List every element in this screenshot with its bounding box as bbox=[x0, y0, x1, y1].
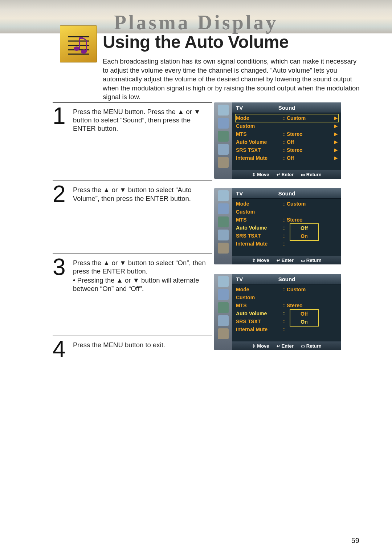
osd-row-value: Custom bbox=[287, 115, 334, 121]
step-number: 1 bbox=[53, 106, 73, 133]
osd-menu-row: MTS:Stereo bbox=[236, 301, 338, 309]
step-number: 4 bbox=[53, 339, 73, 360]
osd-row-label: Auto Volume bbox=[236, 311, 283, 316]
osd-menu-row: Mode:Custom bbox=[236, 200, 338, 208]
osd-menu-row: Mode:Custom▶ bbox=[236, 114, 338, 122]
osd-row-label: Auto Volume bbox=[236, 225, 283, 231]
osd-row-label: Custom bbox=[236, 295, 283, 300]
osd-screenshot-2: TV Sound Mode:CustomCustomMTS:StereoAuto… bbox=[214, 188, 341, 264]
colon: : bbox=[283, 241, 287, 247]
colon: : bbox=[283, 201, 287, 207]
sidebar-icon bbox=[218, 230, 229, 240]
footer-return: ▭Return bbox=[301, 258, 322, 263]
chevron-right-icon: ▶ bbox=[334, 123, 338, 129]
footer-enter: ↵Enter bbox=[277, 343, 294, 349]
osd-screenshot-3: TV Sound Mode:CustomCustomMTS:StereoAuto… bbox=[214, 274, 341, 350]
osd-row-label: Auto Volume bbox=[236, 139, 283, 145]
colon: : bbox=[283, 115, 287, 121]
footer-return-label: Return bbox=[306, 258, 322, 263]
footer-move: ⇕Move bbox=[252, 343, 269, 349]
osd-menu-row: Auto Volume:Off▶ bbox=[236, 138, 338, 146]
footer-enter: ↵Enter bbox=[277, 258, 294, 263]
step-bullet: • Pressing the ▲ or ▼ button will altern… bbox=[73, 276, 212, 293]
colon: : bbox=[283, 303, 287, 308]
step-1: 1 Press the MENU button. Press the ▲ or … bbox=[53, 102, 212, 138]
footer-move-label: Move bbox=[257, 343, 269, 349]
osd-menu-row: MTS:Stereo▶ bbox=[236, 130, 338, 138]
osd-menu-row: Internal Mute:Off▶ bbox=[236, 154, 338, 162]
step-3: 3 Press the ▲ or ▼ button to select “On”… bbox=[53, 254, 212, 298]
osd-menu-rows: Mode:Custom▶Custom▶MTS:Stereo▶Auto Volum… bbox=[232, 113, 341, 162]
osd-menu-rows: Mode:CustomCustomMTS:StereoAuto Volume:S… bbox=[232, 284, 341, 333]
intro-text: Each broadcasting station has its own si… bbox=[103, 57, 360, 102]
osd-menu-row: Auto Volume: bbox=[236, 224, 338, 232]
sidebar-icon bbox=[218, 302, 229, 313]
music-note-sheet-icon bbox=[66, 31, 91, 57]
footer-move: ⇕Move bbox=[252, 258, 269, 263]
sidebar-icon bbox=[218, 315, 229, 326]
sidebar-icon bbox=[218, 131, 229, 142]
footer-return: ▭Return bbox=[301, 172, 322, 177]
osd-submenu: OffOn bbox=[290, 309, 319, 327]
osd-menu-row: Internal Mute: bbox=[236, 240, 338, 248]
osd-titlebar: TV Sound bbox=[232, 274, 341, 284]
osd-sidebar bbox=[214, 102, 232, 179]
osd-row-label: MTS bbox=[236, 303, 283, 308]
sidebar-icon bbox=[218, 105, 229, 116]
colon: : bbox=[283, 217, 287, 223]
step-bullet-text: Pressing the ▲ or ▼ button will alternat… bbox=[73, 276, 199, 292]
colon: : bbox=[283, 319, 287, 324]
osd-menu-rows: Mode:CustomCustomMTS:StereoAuto Volume:S… bbox=[232, 199, 341, 248]
osd-row-label: Mode bbox=[236, 287, 283, 292]
step-text: Press the ▲ or ▼ button to select “On”, … bbox=[73, 257, 212, 293]
footer-move-label: Move bbox=[257, 258, 269, 263]
osd-row-label: MTS bbox=[236, 217, 283, 223]
updown-icon: ⇕ bbox=[252, 344, 256, 349]
svg-point-6 bbox=[81, 49, 87, 54]
osd-row-value: Off bbox=[287, 155, 334, 161]
osd-row-label: SRS TSXT bbox=[236, 233, 283, 239]
sidebar-icon bbox=[218, 118, 229, 129]
page-title: Using the Auto Volume bbox=[103, 32, 360, 52]
footer-return-label: Return bbox=[306, 172, 322, 177]
step-number: 3 bbox=[53, 257, 73, 293]
osd-row-label: SRS TSXT bbox=[236, 147, 283, 153]
osd-sidebar bbox=[214, 188, 232, 264]
svg-rect-8 bbox=[86, 41, 87, 52]
osd-row-label: SRS TSXT bbox=[236, 319, 283, 324]
step-text: Press the ▲ or ▼ button to select “Auto … bbox=[73, 184, 212, 205]
osd-sidebar bbox=[214, 274, 232, 350]
return-icon: ▭ bbox=[301, 172, 305, 177]
osd-submenu: OffOn bbox=[290, 223, 319, 241]
section-icon bbox=[60, 25, 97, 62]
osd-row-label: Mode bbox=[236, 201, 283, 207]
colon: : bbox=[283, 139, 287, 145]
chevron-right-icon: ▶ bbox=[334, 116, 338, 121]
footer-move-label: Move bbox=[257, 172, 269, 177]
sidebar-icon bbox=[218, 289, 229, 300]
brand-header: Plasma Display bbox=[114, 11, 278, 34]
sidebar-icon bbox=[218, 203, 229, 214]
osd-footer: ⇕Move ↵Enter ▭Return bbox=[232, 256, 341, 264]
osd-menu-row: Custom bbox=[236, 293, 338, 301]
osd-menu-row: SRS TSXT: bbox=[236, 232, 338, 240]
osd-panel-title: Sound bbox=[232, 190, 341, 197]
osd-row-value: Stereo bbox=[287, 131, 334, 137]
osd-row-value: Custom bbox=[287, 287, 338, 292]
footer-enter-label: Enter bbox=[282, 258, 294, 263]
osd-submenu-option: Off bbox=[290, 310, 318, 318]
colon: : bbox=[283, 131, 287, 137]
step-text-main: Press the ▲ or ▼ button to select “On”, … bbox=[73, 259, 206, 275]
osd-titlebar: TV Sound bbox=[232, 188, 341, 199]
enter-icon: ↵ bbox=[277, 344, 280, 349]
enter-icon: ↵ bbox=[277, 258, 280, 263]
chevron-right-icon: ▶ bbox=[334, 155, 338, 161]
step-text: Press the MENU button to exit. bbox=[73, 339, 212, 360]
chevron-right-icon: ▶ bbox=[334, 147, 338, 153]
osd-menu-row: Auto Volume: bbox=[236, 309, 338, 317]
colon: : bbox=[283, 147, 287, 153]
osd-row-label: Custom bbox=[236, 209, 283, 215]
enter-icon: ↵ bbox=[277, 172, 280, 177]
updown-icon: ⇕ bbox=[252, 172, 256, 177]
page-number: 59 bbox=[351, 536, 359, 545]
